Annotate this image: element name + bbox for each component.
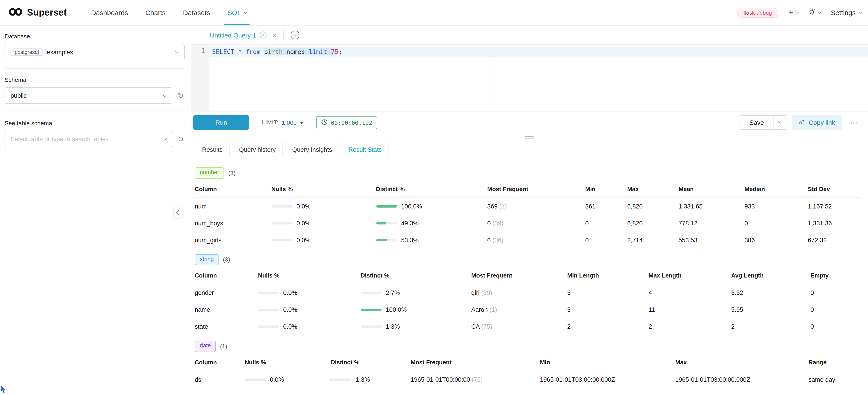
chevron-down-icon [817,10,822,14]
date-stats-table: Column Nulls % Distinct % Most Frequent … [195,354,861,388]
collapse-sidebar-button[interactable] [174,207,182,218]
sql-editor-input[interactable]: SELECT * from birth_names limit 75; [209,45,868,111]
most-frequent-count: (1) [499,203,507,210]
drag-grip-icon[interactable]: ⋮⋮ [197,32,206,38]
stat-cell: 3 [567,301,649,318]
elapsed-time: 00:00:00.192 [331,119,372,126]
sql-token [327,48,331,55]
copy-link-button[interactable]: Copy link [792,115,842,130]
stat-cell: 386 [745,232,808,248]
schema-select[interactable]: public [5,87,172,104]
query-tab[interactable]: Untitled Query 1 ✓ × [210,31,277,39]
sql-token: birth_names [264,48,305,55]
table-select[interactable]: Select table or type to search tables [5,131,172,147]
number-stats-section: number (3) Column Nulls % Distinct % Mos… [195,167,861,248]
column-name: num [195,203,207,210]
more-actions-button[interactable]: ⋯ [846,115,861,130]
stat-cell: 1,167.52 [808,198,861,215]
stat-cell: 5.95 [731,301,810,318]
nulls-bar [258,326,279,328]
stat-cell: 3.52 [731,284,810,301]
limit-dropdown[interactable]: LIMIT: 1 000 [262,119,304,126]
stat-cell: 1,331.65 [679,198,745,215]
most-frequent-value: 0 [487,237,491,243]
run-button[interactable]: Run [193,115,249,130]
schema-value: public [10,92,27,99]
save-button[interactable]: Save [740,115,774,130]
sql-code-editor: 1 SELECT * from birth_names limit 75; [191,45,868,112]
stat-cell: 361 [585,198,627,215]
superset-logo[interactable]: Superset [8,0,67,25]
type-count: (1) [220,343,227,350]
tab-results[interactable]: Results [195,143,230,157]
column-name: gender [195,290,214,296]
database-label: Database [5,33,185,40]
tab-query-insights[interactable]: Query Insights [285,143,339,157]
col-header: Min [585,180,627,198]
nulls-pct: 0.0% [297,237,311,243]
type-badge-string: string [195,254,219,265]
distinct-bar [376,222,397,224]
nav-dashboards[interactable]: Dashboards [82,0,137,25]
table-header-row: Column Nulls % Distinct % Most Frequent … [195,267,861,284]
query-tabbar: ⋮⋮ Untitled Query 1 ✓ × + [191,26,868,45]
nav-datasets[interactable]: Datasets [175,0,219,25]
table-row: num_boys 0.0% 49.3% 0 (39) 0 6,820 778.1… [195,215,861,232]
database-select[interactable]: postgresql examples [5,44,185,60]
nav-sql[interactable]: SQL [219,0,256,25]
nulls-pct: 0.0% [297,203,311,210]
refresh-tables-button[interactable]: ↻ [177,134,185,143]
refresh-schema-button[interactable]: ↻ [177,91,185,100]
schema-label: Schema [5,77,185,83]
chevron-down-icon [778,120,782,124]
table-row: name 0.0% 100.0% Aaron (1) 3 11 5.95 0 [195,301,861,318]
tab-query-history[interactable]: Query history [232,143,283,157]
sql-line: SELECT * from birth_names limit 75; [209,47,868,57]
sql-token: 75 [331,48,338,55]
most-frequent-value: 0 [487,220,491,226]
top-navbar: Superset Dashboards Charts Datasets SQL … [0,0,868,26]
add-tab-button[interactable]: + [291,31,300,39]
editor-toolbar: Run LIMIT: 1 000 00:00:00.192 Save [191,112,868,133]
col-header: Min [540,354,675,371]
distinct-pct: 100.0% [401,203,422,210]
save-options-button[interactable] [774,115,787,130]
col-header: Max [675,354,808,371]
chevron-down-icon [859,10,862,14]
type-count: (3) [223,256,230,263]
close-tab-icon[interactable]: × [272,32,277,38]
distinct-pct: 49.3% [401,220,419,226]
stat-cell: 778.12 [679,215,745,232]
stat-cell: 2,714 [627,232,679,248]
clock-icon [321,119,328,126]
nav-label: SQL [227,9,241,17]
divider [5,112,185,112]
nav-charts[interactable]: Charts [137,0,174,25]
stat-cell: 6,820 [627,215,679,232]
most-frequent-count: (75) [481,323,492,330]
result-stats-pane: number (3) Column Nulls % Distinct % Mos… [191,157,868,395]
table-row: ds 0.0% 1.3% 1965-01-01T00:00:00 (75) 19… [195,371,861,388]
stat-cell: 11 [649,301,731,318]
distinct-pct: 2.7% [386,290,400,296]
results-tabbar: Results Query history Query Insights Res… [191,141,868,157]
stat-cell: 553.53 [679,232,745,248]
col-header: Column [195,354,245,371]
stat-cell: 4 [649,284,731,301]
chevron-down-icon [162,92,167,97]
nulls-pct: 0.0% [283,306,297,313]
col-header: Nulls % [258,267,361,284]
settings-menu[interactable]: Settings [831,9,862,17]
col-header: Std Dev [808,180,861,198]
new-item-button[interactable]: + [788,9,798,17]
theme-toggle[interactable] [809,8,821,17]
stat-cell: 672.32 [808,232,861,248]
most-frequent-count: (1) [490,306,497,313]
resize-grip-icon[interactable] [525,136,534,138]
stat-cell: 1965-01-01T03:00:00.000Z [540,371,675,388]
most-frequent-count: (39) [481,290,492,296]
col-header: Distinct % [376,180,487,198]
sql-token: limit [309,48,327,55]
tab-result-stats[interactable]: Result Stats [341,143,389,157]
chevron-left-icon [176,210,181,214]
